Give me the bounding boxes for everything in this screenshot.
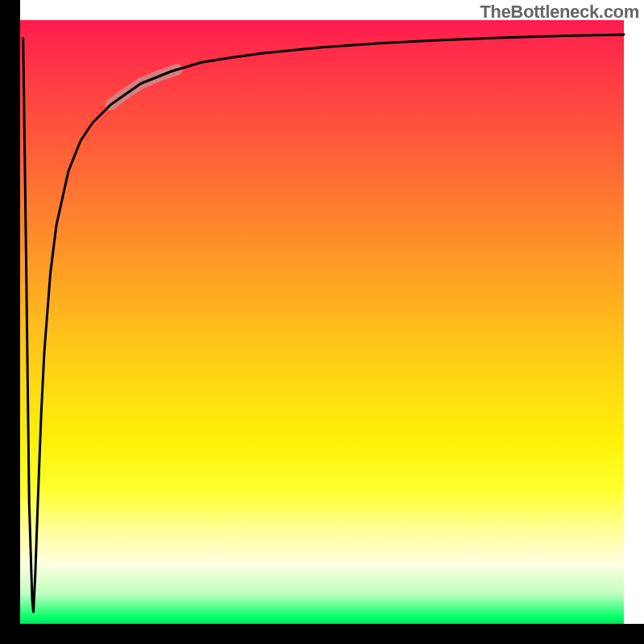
y-axis: [0, 0, 20, 644]
bottleneck-curve: [23, 35, 624, 612]
highlight-segment: [111, 70, 178, 105]
bottleneck-chart: TheBottleneck.com: [0, 0, 644, 644]
watermark-text: TheBottleneck.com: [480, 2, 639, 23]
x-axis: [0, 624, 644, 644]
plot-area: [20, 20, 624, 624]
curve-layer: [20, 20, 624, 624]
